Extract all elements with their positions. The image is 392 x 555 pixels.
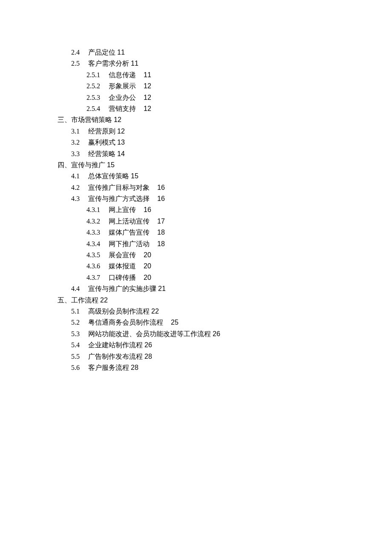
toc-entry: 五、工作流程22: [58, 295, 334, 306]
toc-title: 网上活动宣传: [109, 218, 150, 225]
toc-page-number: 16: [144, 206, 151, 213]
toc-page-number: 11: [131, 60, 138, 67]
toc-entry: 4.3.2网上活动宣传17: [86, 216, 334, 227]
toc-entry: 4.3.7口碑传播20: [86, 272, 334, 283]
toc-page-number: 12: [144, 105, 151, 112]
toc-page-number: 16: [157, 195, 165, 202]
toc-title: 宣传推广目标与对象: [88, 184, 150, 191]
toc-entry: 2.5.3企业办公12: [86, 92, 334, 103]
toc-section-number: 4.4: [71, 283, 88, 294]
toc-page-number: 12: [144, 82, 151, 90]
toc-page-number: 15: [107, 161, 115, 169]
toc-entry: 2.5.2形象展示12: [86, 81, 334, 92]
toc-entry: 4.3.3媒体广告宣传18: [86, 227, 334, 238]
toc-section-number: 2.5.2: [86, 81, 109, 92]
toc-page-number: 14: [117, 150, 125, 157]
toc-page-number: 17: [157, 218, 165, 225]
toc-entry: 4.3.6媒体报道20: [86, 261, 334, 272]
toc-title: 工作流程: [71, 296, 98, 304]
toc-page-number: 12: [117, 128, 125, 135]
toc-page-number: 21: [158, 285, 166, 292]
toc-page-number: 22: [100, 296, 108, 304]
toc-page-number: 12: [114, 116, 121, 123]
toc-section-number: 2.5.1: [86, 70, 109, 81]
toc-section-number: 4.3.5: [86, 250, 109, 261]
toc-section-number: 2.5.4: [86, 103, 109, 114]
toc-page-number: 20: [144, 251, 151, 259]
table-of-contents: 2.4产品定位112.5客户需求分析112.5.1信息传递112.5.2形象展示…: [58, 47, 334, 373]
toc-page-number: 11: [117, 49, 125, 56]
toc-title: 总体宣传策略: [88, 172, 129, 180]
toc-section-number: 5.2: [71, 317, 88, 328]
toc-page-number: 26: [213, 330, 220, 337]
toc-title: 信息传递: [109, 71, 136, 78]
toc-title: 网上宣传: [109, 206, 136, 213]
toc-title: 媒体报道: [109, 262, 136, 270]
toc-entry: 5.6客户服务流程28: [71, 362, 334, 373]
toc-entry: 四、宣传与推广15: [58, 160, 334, 171]
toc-entry: 3.3经营策略14: [71, 148, 334, 160]
toc-title: 粤信通商务会员制作流程: [88, 319, 163, 326]
toc-title: 广告制作发布流程: [88, 353, 143, 360]
toc-section-number: 2.5: [71, 58, 88, 69]
toc-page-number: 13: [117, 139, 125, 146]
toc-entry: 三、市场营销策略12: [58, 114, 334, 125]
toc-section-number: 4.3.6: [86, 261, 109, 272]
toc-title: 宣传与推广的实施步骤: [88, 285, 156, 292]
toc-section-number: 4.2: [71, 182, 88, 193]
toc-entry: 2.5.1信息传递11: [86, 70, 334, 81]
toc-title: 经营原则: [88, 128, 115, 135]
toc-page-number: 11: [144, 71, 151, 78]
toc-entry: 4.4宣传与推广的实施步骤21: [71, 283, 334, 294]
toc-entry: 2.4产品定位11: [71, 47, 334, 58]
toc-page-number: 25: [171, 319, 179, 326]
toc-section-number: 3.1: [71, 126, 88, 137]
toc-entry: 4.3.1网上宣传16: [86, 204, 334, 215]
toc-page-number: 18: [157, 229, 165, 236]
toc-entry: 2.5.4营销支持12: [86, 103, 334, 114]
toc-entry: 3.2赢利模式13: [71, 137, 334, 148]
toc-section-number: 4.3.3: [86, 227, 109, 238]
toc-title: 口碑传播: [109, 274, 136, 281]
toc-page-number: 26: [144, 341, 152, 349]
toc-entry: 5.5广告制作发布流程28: [71, 351, 334, 362]
toc-section-number: 2.5.3: [86, 92, 109, 103]
toc-section-number: 4.3.4: [86, 238, 109, 250]
toc-title: 企业建站制作流程: [88, 341, 143, 349]
toc-entry: 4.2宣传推广目标与对象16: [71, 182, 334, 193]
toc-entry: 4.3.4网下推广活动18: [86, 238, 334, 250]
toc-section-number: 五、: [58, 296, 71, 304]
toc-section-number: 3.3: [71, 148, 88, 160]
toc-title: 赢利模式: [88, 139, 115, 146]
toc-title: 客户服务流程: [88, 364, 129, 371]
toc-page-number: 28: [131, 364, 138, 371]
toc-entry: 5.1高级别会员制作流程22: [71, 306, 334, 317]
toc-title: 产品定位: [88, 49, 115, 56]
toc-entry: 4.3.5展会宣传20: [86, 250, 334, 261]
toc-entry: 5.3网站功能改进、会员功能改进等工作流程26: [71, 328, 334, 340]
toc-entry: 5.2粤信通商务会员制作流程25: [71, 317, 334, 328]
toc-section-number: 3.2: [71, 137, 88, 148]
toc-title: 经营策略: [88, 150, 115, 157]
toc-title: 高级别会员制作流程: [88, 308, 150, 315]
toc-title: 市场营销策略: [71, 116, 112, 123]
toc-page-number: 12: [144, 94, 151, 101]
toc-title: 网下推广活动: [109, 240, 150, 247]
toc-title: 媒体广告宣传: [109, 229, 150, 236]
toc-section-number: 2.4: [71, 47, 88, 58]
toc-entry: 3.1经营原则12: [71, 126, 334, 137]
toc-title: 企业办公: [109, 94, 136, 101]
toc-section-number: 4.3: [71, 193, 88, 204]
toc-section-number: 4.3.1: [86, 204, 109, 215]
toc-title: 客户需求分析: [88, 60, 129, 67]
toc-section-number: 5.5: [71, 351, 88, 362]
toc-page-number: 20: [144, 262, 151, 270]
toc-page-number: 22: [151, 308, 159, 315]
toc-entry: 5.4企业建站制作流程26: [71, 340, 334, 351]
toc-entry: 4.1总体宣传策略15: [71, 171, 334, 182]
toc-title: 宣传与推广: [71, 161, 105, 169]
toc-section-number: 5.3: [71, 328, 88, 340]
toc-section-number: 4.3.7: [86, 272, 109, 283]
toc-section-number: 5.1: [71, 306, 88, 317]
toc-page-number: 18: [157, 240, 165, 247]
